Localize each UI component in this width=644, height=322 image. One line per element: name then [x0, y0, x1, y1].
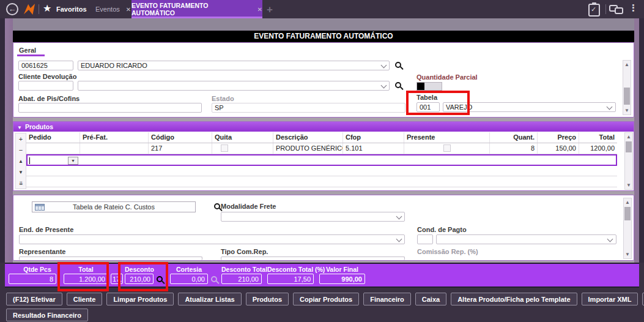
importar-xml-button[interactable]: Importar XML: [582, 293, 638, 305]
add-row-button[interactable]: +: [19, 136, 23, 143]
cell-pedido[interactable]: [26, 143, 80, 154]
col-quita[interactable]: Quita: [212, 132, 273, 143]
scroll-down-icon[interactable]: ▼: [623, 107, 631, 114]
atualizar-listas-button[interactable]: Atualizar Listas: [178, 293, 241, 305]
scrollbar-thumb[interactable]: [624, 207, 631, 220]
cell-codigo[interactable]: 217: [149, 143, 212, 154]
table-row[interactable]: 217 PRODUTO GENÉRICO ... 5.101 8 150,00 …: [26, 143, 617, 154]
scroll-down-icon[interactable]: ▼: [624, 250, 631, 258]
cond-pagto-dropdown[interactable]: [436, 234, 616, 244]
qtde-pcs-label: Qtde Pcs: [13, 266, 61, 273]
financeiro-button[interactable]: Financeiro: [363, 293, 411, 305]
cell-quant[interactable]: 8: [490, 143, 538, 154]
scrollbar-thumb[interactable]: [626, 141, 632, 152]
new-tab-icon[interactable]: +: [267, 4, 273, 16]
cell-quita[interactable]: [212, 143, 273, 154]
desconto-total-pct-field[interactable]: 17,50: [267, 274, 314, 284]
valor-final-field[interactable]: 990,00: [319, 274, 365, 284]
cliente-nome-field[interactable]: EDUARDO RICARDO: [78, 61, 390, 70]
col-presente[interactable]: Presente: [404, 132, 490, 143]
lower-scrollbar[interactable]: ▲ ▼: [623, 198, 632, 259]
end-presente-dropdown[interactable]: [19, 234, 405, 244]
cliente-search-icon[interactable]: [395, 62, 401, 68]
clipboard-icon[interactable]: [588, 4, 600, 17]
tab-geral[interactable]: Geral: [19, 47, 36, 54]
cell-descricao[interactable]: PRODUTO GENÉRICO ...: [273, 143, 343, 154]
favorites-label[interactable]: Favoritos: [56, 6, 87, 13]
col-quant[interactable]: Quant.: [490, 132, 538, 143]
resultado-financeiro-button[interactable]: Resultado Financeiro: [6, 309, 88, 321]
cell-prefat[interactable]: [80, 143, 149, 154]
rateio-search-icon[interactable]: [214, 203, 220, 209]
quita-checkbox[interactable]: [221, 144, 228, 152]
tab-evento-faturamento[interactable]: EVENTO FATURAMENTO AUTOMÁTICO ✕: [131, 0, 262, 18]
valor-final-label: Valor Final: [319, 266, 365, 273]
abat-pis-cofins-field[interactable]: [18, 103, 202, 113]
favorites-star-icon[interactable]: ★: [43, 2, 51, 14]
pedido-dropdown[interactable]: ▼: [68, 157, 78, 165]
scrollbar-thumb[interactable]: [624, 88, 630, 105]
produtos-button[interactable]: Produtos: [246, 293, 289, 305]
tabela-code-field[interactable]: 001: [416, 102, 440, 112]
tab-eventos[interactable]: Eventos ✕: [91, 0, 136, 18]
scroll-down-icon[interactable]: ▼: [625, 181, 632, 189]
limpar-produtos-button[interactable]: Limpar Produtos: [106, 293, 174, 305]
representante-field[interactable]: [19, 256, 202, 260]
cell-cfop[interactable]: 5.101: [343, 143, 404, 154]
col-codigo[interactable]: Código: [149, 132, 212, 143]
move-down-button[interactable]: ▼: [18, 169, 23, 176]
produtos-scrollbar[interactable]: ▲ ▼: [624, 132, 633, 190]
desconto-field[interactable]: 210,00: [125, 274, 154, 284]
col-preco[interactable]: Preço: [538, 132, 579, 143]
scroll-up-icon[interactable]: ▲: [623, 61, 631, 69]
cliente-button[interactable]: Cliente: [67, 293, 103, 305]
tabela-nome-dropdown[interactable]: VAREJO: [443, 102, 616, 112]
scroll-up-icon[interactable]: ▲: [625, 133, 632, 141]
menu-kebab-icon[interactable]: ⋮: [629, 2, 638, 13]
caixa-button[interactable]: Caixa: [415, 293, 446, 305]
modalidade-frete-dropdown[interactable]: [221, 212, 405, 222]
tab-eventos-close-icon[interactable]: ✕: [126, 6, 131, 13]
quantidade-parcial-toggle[interactable]: [416, 82, 442, 91]
presente-checkbox[interactable]: [443, 144, 451, 152]
efetivar-button[interactable]: (F12) Efetivar: [6, 293, 62, 305]
back-icon[interactable]: ←: [6, 3, 18, 15]
cond-pagto-code-field[interactable]: [417, 234, 433, 244]
cortesia-search-icon[interactable]: [211, 276, 217, 282]
cliente-devolucao-nome-field[interactable]: [78, 81, 390, 91]
scroll-up-icon[interactable]: ▲: [624, 198, 631, 206]
col-prefat[interactable]: Pré-Fat.: [80, 132, 149, 143]
cliente-code-field[interactable]: 0061625: [18, 61, 73, 70]
remove-row-button[interactable]: −: [19, 147, 23, 154]
cliente-devolucao-code-field[interactable]: [18, 81, 73, 91]
desconto-pct-field[interactable]: 17,5: [111, 274, 123, 284]
col-cfop[interactable]: Cfop: [343, 132, 404, 143]
table-row[interactable]: [26, 165, 617, 176]
rateio-custos-button[interactable]: Tabela de Rateio C. Custos: [32, 201, 196, 212]
desconto-total-field[interactable]: 210,00: [221, 274, 262, 284]
selected-row[interactable]: ▼: [26, 154, 617, 166]
cell-presente[interactable]: [404, 143, 490, 154]
col-descricao[interactable]: Descrição: [273, 132, 343, 143]
total-label: Total: [64, 266, 108, 273]
table-row[interactable]: [26, 176, 617, 187]
cortesia-field[interactable]: 0,00: [170, 274, 208, 284]
qtde-pcs-field[interactable]: 8: [9, 274, 56, 284]
cell-preco[interactable]: 150,00: [538, 143, 579, 154]
cliente-devolucao-search-icon[interactable]: [395, 82, 401, 88]
estado-field[interactable]: SP: [212, 103, 405, 113]
chat-icon[interactable]: [609, 5, 625, 15]
cell-total[interactable]: 1200,00: [579, 143, 617, 154]
tab-evento-faturamento-close-icon[interactable]: ✕: [257, 6, 262, 13]
copiar-produtos-button[interactable]: Copiar Produtos: [293, 293, 359, 305]
total-field[interactable]: 1.200,00: [64, 274, 108, 284]
col-pedido[interactable]: Pedido: [26, 132, 80, 143]
altera-produto-template-button[interactable]: Altera Produto/Ficha pelo Template: [451, 293, 577, 305]
geral-scrollbar[interactable]: ▲ ▼: [623, 60, 631, 115]
col-total[interactable]: Total: [579, 132, 617, 143]
move-last-button[interactable]: ⇊: [19, 180, 23, 187]
move-up-button[interactable]: ▲: [18, 158, 23, 165]
tipo-com-rep-field[interactable]: [221, 256, 405, 260]
produtos-header[interactable]: ▼Produtos: [13, 122, 634, 132]
desconto-search-icon[interactable]: [157, 276, 163, 282]
